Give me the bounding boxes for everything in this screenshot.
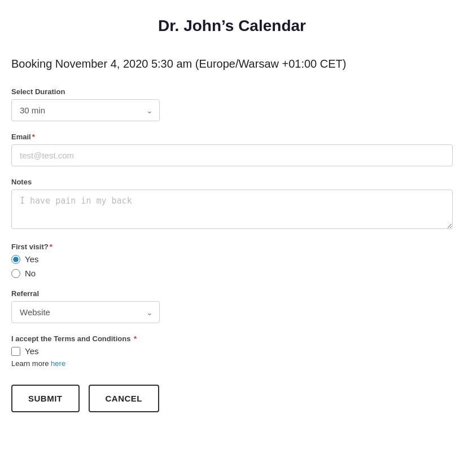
- first-visit-label-text: First visit?: [11, 243, 49, 251]
- notes-label: Notes: [11, 178, 453, 186]
- referral-select[interactable]: Website Friend Social Media Other: [11, 301, 160, 323]
- first-visit-section: First visit? * Yes No: [11, 243, 453, 278]
- duration-select-wrapper: 30 min 60 min 90 min ⌄: [11, 99, 160, 121]
- email-required-star: *: [32, 133, 35, 141]
- referral-select-wrapper: Website Friend Social Media Other ⌄: [11, 301, 160, 323]
- button-row: SUBMIT CANCEL: [11, 385, 453, 412]
- first-visit-no-radio[interactable]: [11, 269, 20, 278]
- booking-subtitle: Booking November 4, 2020 5:30 am (Europe…: [11, 58, 453, 70]
- terms-section: I accept the Terms and Conditions * Yes …: [11, 334, 453, 368]
- first-visit-required-star: *: [50, 243, 52, 251]
- first-visit-no-text: No: [25, 268, 36, 278]
- submit-button[interactable]: SUBMIT: [11, 385, 80, 412]
- email-label-text: Email: [11, 133, 31, 141]
- page-title: Dr. John’s Calendar: [11, 17, 453, 35]
- learn-more-link[interactable]: here: [51, 359, 65, 368]
- first-visit-no-label[interactable]: No: [11, 268, 453, 278]
- duration-select[interactable]: 30 min 60 min 90 min: [11, 99, 160, 121]
- duration-label: Select Duration: [11, 87, 453, 96]
- terms-checkbox-row: Yes: [11, 346, 453, 356]
- terms-yes-label: Yes: [25, 346, 38, 356]
- notes-section: Notes: [11, 178, 453, 231]
- first-visit-yes-radio[interactable]: [11, 255, 20, 264]
- referral-label: Referral: [11, 289, 453, 298]
- terms-label-text: I accept the Terms and Conditions: [11, 334, 130, 343]
- notes-textarea[interactable]: [11, 189, 453, 229]
- duration-section: Select Duration 30 min 60 min 90 min ⌄: [11, 87, 453, 121]
- referral-section: Referral Website Friend Social Media Oth…: [11, 289, 453, 323]
- first-visit-yes-label[interactable]: Yes: [11, 254, 453, 264]
- terms-checkbox[interactable]: [11, 347, 20, 356]
- email-section: Email *: [11, 133, 453, 166]
- learn-more-text: Learn more here: [11, 359, 453, 368]
- cancel-button[interactable]: CANCEL: [89, 385, 160, 412]
- first-visit-radio-group: Yes No: [11, 254, 453, 278]
- terms-required-star: *: [134, 334, 137, 343]
- first-visit-yes-text: Yes: [25, 254, 38, 264]
- learn-more-prefix: Learn more: [11, 359, 49, 368]
- email-input[interactable]: [11, 144, 453, 166]
